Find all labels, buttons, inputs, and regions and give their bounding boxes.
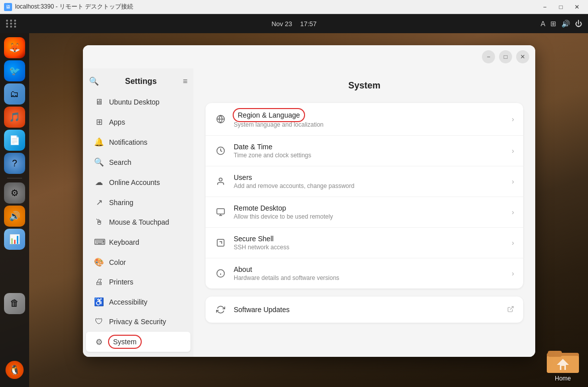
sidebar-item-ubuntu-desktop[interactable]: 🖥 Ubuntu Desktop bbox=[86, 92, 190, 112]
dock-item-settings[interactable]: ⚙ bbox=[4, 182, 25, 204]
users-subtitle: Add and remove accounts, change password bbox=[234, 182, 505, 189]
users-title: Users bbox=[234, 173, 505, 181]
top-panel: Nov 23 17:57 A ⊞ 🔊 ⏻ bbox=[0, 14, 588, 33]
panel-date: Nov 23 bbox=[271, 20, 292, 28]
files-icon: 🗂 bbox=[10, 89, 19, 100]
sidebar-item-mouse-touchpad[interactable]: 🖱 Mouse & Touchpad bbox=[86, 213, 190, 232]
home-folder-label: Home bbox=[555, 375, 571, 382]
apps-icon: ⊞ bbox=[94, 117, 104, 127]
region-language-content: Region & Language System language and lo… bbox=[234, 110, 505, 128]
panel-time: 17:57 bbox=[300, 20, 317, 28]
settings-card-software-updates: Software Updates bbox=[206, 297, 523, 323]
minimize-button[interactable]: − bbox=[538, 0, 552, 14]
settings-close-button[interactable]: ✕ bbox=[516, 50, 529, 63]
settings-row-users[interactable]: Users Add and remove accounts, change pa… bbox=[206, 166, 523, 197]
date-time-subtitle: Time zone and clock settings bbox=[234, 152, 505, 159]
sidebar-search-icon[interactable]: 🔍 bbox=[89, 76, 99, 86]
settings-row-region-language[interactable]: Region & Language System language and lo… bbox=[206, 103, 523, 136]
settings-main: System Region & Language bbox=[193, 68, 535, 357]
region-language-title: Region & Language bbox=[234, 110, 304, 120]
users-content: Users Add and remove accounts, change pa… bbox=[234, 173, 505, 189]
secure-shell-icon bbox=[215, 237, 227, 249]
window-title-bar: 🖥 localhost:3390 - リモート デスクトップ接続 − □ ✕ bbox=[0, 0, 588, 14]
settings-sidebar: 🔍 Settings ≡ 🖥 Ubuntu Desktop ⊞ Apps 🔔 N… bbox=[83, 68, 193, 357]
color-icon: 🎨 bbox=[94, 257, 104, 267]
sidebar-item-printers[interactable]: 🖨 Printers bbox=[86, 272, 190, 292]
sidebar-menu-icon[interactable]: ≡ bbox=[183, 77, 187, 86]
sidebar-item-keyboard[interactable]: ⌨ Keyboard bbox=[86, 232, 190, 252]
svg-rect-3 bbox=[217, 209, 225, 214]
settings-window: − □ ✕ 🔍 Settings ≡ 🖥 Ubuntu Desktop bbox=[83, 45, 535, 357]
accessibility-icon: ♿ bbox=[94, 297, 104, 307]
secure-shell-title: Secure Shell bbox=[234, 235, 505, 243]
input-indicator[interactable]: A bbox=[541, 20, 545, 28]
trash-icon: 🗑 bbox=[10, 298, 19, 309]
dock-divider bbox=[7, 178, 22, 178]
region-language-subtitle: System language and localization bbox=[234, 121, 505, 128]
dock-item-trash[interactable]: 🗑 bbox=[4, 293, 25, 314]
settings-row-remote-desktop[interactable]: Remote Desktop Allow this device to be u… bbox=[206, 197, 523, 228]
panel-left bbox=[6, 20, 17, 28]
dock-item-rhythmbox[interactable]: 🎵 bbox=[4, 107, 25, 128]
settings-row-software-updates[interactable]: Software Updates bbox=[206, 297, 523, 323]
settings-minimize-button[interactable]: − bbox=[482, 50, 495, 63]
users-icon bbox=[215, 175, 227, 187]
firefox-icon: 🦊 bbox=[9, 42, 20, 53]
settings-row-about[interactable]: About Hardware details and software vers… bbox=[206, 258, 523, 288]
sidebar-item-apps[interactable]: ⊞ Apps bbox=[86, 112, 190, 132]
volume-icon[interactable]: 🔊 bbox=[561, 20, 570, 28]
sidebar-item-online-accounts[interactable]: ☁ Online Accounts bbox=[86, 172, 190, 192]
thunderbird-icon: 🐦 bbox=[9, 65, 20, 76]
rhythmbox-icon: 🎵 bbox=[9, 112, 20, 123]
dock-item-ubuntu[interactable]: 🐧 bbox=[6, 361, 24, 379]
sidebar-item-color[interactable]: 🎨 Color bbox=[86, 252, 190, 272]
dock-item-sound[interactable]: 🔊 bbox=[4, 206, 25, 227]
settings-row-secure-shell[interactable]: Secure Shell SSH network access › bbox=[206, 228, 523, 258]
remote-desktop-subtitle: Allow this device to be used remotely bbox=[234, 213, 505, 220]
users-arrow: › bbox=[512, 177, 514, 185]
sidebar-item-system-label: System bbox=[109, 337, 141, 347]
dock-item-files[interactable]: 🗂 bbox=[4, 83, 25, 105]
close-button[interactable]: ✕ bbox=[570, 0, 584, 14]
remote-desktop-content: Remote Desktop Allow this device to be u… bbox=[234, 204, 505, 220]
about-title: About bbox=[234, 265, 505, 273]
date-time-icon bbox=[215, 145, 227, 157]
dock-item-notes[interactable]: 📄 bbox=[4, 130, 25, 151]
about-subtitle: Hardware details and software versions bbox=[234, 274, 505, 281]
activities-icon[interactable] bbox=[6, 20, 17, 28]
sidebar-item-notifications[interactable]: 🔔 Notifications bbox=[86, 132, 190, 152]
window-title-text: localhost:3390 - リモート デスクトップ接続 bbox=[15, 3, 538, 11]
sidebar-item-accessibility-label: Accessibility bbox=[109, 298, 147, 306]
svg-rect-6 bbox=[217, 239, 224, 246]
dock-item-help[interactable]: ? bbox=[4, 153, 25, 174]
sidebar-item-notifications-label: Notifications bbox=[109, 138, 147, 146]
sidebar-item-system[interactable]: ⚙ System bbox=[86, 332, 190, 352]
software-updates-external-icon bbox=[507, 306, 514, 314]
power-icon[interactable]: ⏻ bbox=[575, 20, 582, 28]
sidebar-item-search[interactable]: 🔍 Search bbox=[86, 152, 190, 172]
home-folder[interactable]: Home bbox=[543, 347, 583, 382]
sidebar-item-sharing[interactable]: ↗ Sharing bbox=[86, 192, 190, 212]
network-icon[interactable]: ⊞ bbox=[550, 20, 556, 28]
dock-item-firefox[interactable]: 🦊 bbox=[4, 37, 25, 58]
sidebar-header: 🔍 Settings ≡ bbox=[83, 72, 193, 92]
notes-icon: 📄 bbox=[9, 135, 20, 146]
about-icon bbox=[215, 267, 227, 279]
dock-item-calculator[interactable]: 📊 bbox=[4, 229, 25, 250]
remote-desktop-title: Remote Desktop bbox=[234, 204, 505, 212]
sidebar-title: Settings bbox=[103, 77, 179, 86]
maximize-button[interactable]: □ bbox=[554, 0, 568, 14]
sidebar-item-color-label: Color bbox=[109, 258, 126, 266]
settings-maximize-button[interactable]: □ bbox=[499, 50, 512, 63]
sidebar-item-printers-label: Printers bbox=[109, 278, 133, 286]
settings-row-date-time[interactable]: Date & Time Time zone and clock settings… bbox=[206, 136, 523, 166]
region-language-arrow: › bbox=[512, 115, 514, 123]
sidebar-item-privacy-security[interactable]: 🛡 Privacy & Security bbox=[86, 312, 190, 331]
sidebar-item-accessibility[interactable]: ♿ Accessibility bbox=[86, 292, 190, 312]
panel-datetime[interactable]: Nov 23 17:57 bbox=[271, 20, 317, 28]
home-folder-icon bbox=[547, 347, 579, 373]
settings-body: 🔍 Settings ≡ 🖥 Ubuntu Desktop ⊞ Apps 🔔 N… bbox=[83, 68, 535, 357]
sidebar-item-sharing-label: Sharing bbox=[109, 199, 133, 207]
dock-item-thunderbird[interactable]: 🐦 bbox=[4, 60, 25, 81]
sidebar-item-mouse-label: Mouse & Touchpad bbox=[109, 218, 169, 226]
